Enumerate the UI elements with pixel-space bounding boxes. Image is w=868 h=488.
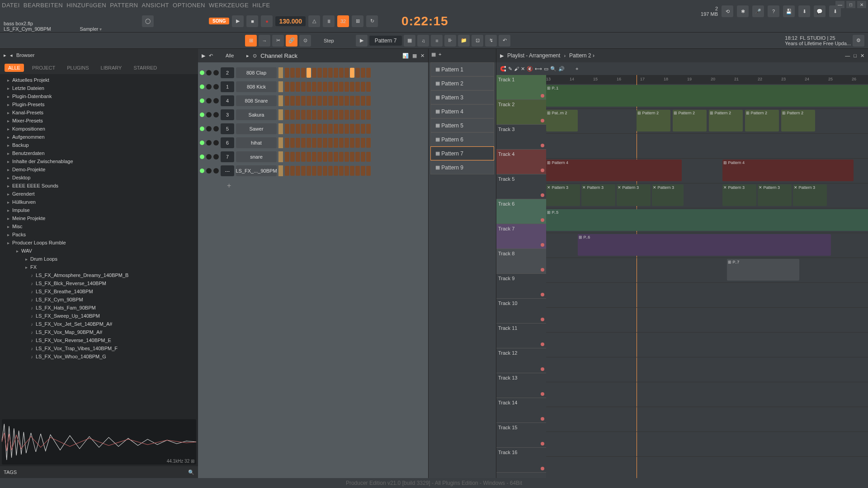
chrack-filter[interactable]: Alle [226, 53, 234, 58]
step-button[interactable] [355, 152, 360, 162]
chrack-back-icon[interactable]: ↶ [209, 53, 213, 59]
tree-item[interactable]: ▸Misc [0, 222, 198, 230]
channel-name[interactable]: Sawer [236, 123, 277, 134]
step-button[interactable] [301, 96, 306, 106]
channel-mixer-num[interactable]: 5 [221, 123, 234, 134]
menu-datei[interactable]: DATEI [2, 2, 20, 9]
step-button[interactable] [334, 82, 338, 92]
browser-back-icon[interactable]: ◂ [10, 52, 13, 58]
step-button[interactable] [361, 110, 365, 120]
step-button[interactable] [290, 138, 295, 148]
timeline-ruler[interactable]: 131415161718192021222324252627 [546, 75, 868, 84]
tree-item[interactable]: ▸Gerendert [0, 190, 198, 198]
tree-item[interactable]: ♪LS_FX_Cym_90BPM [0, 296, 198, 304]
channel-name[interactable]: LS_FX_..._90BPM [236, 165, 277, 176]
step-button[interactable] [328, 96, 333, 106]
step-button[interactable] [339, 124, 344, 134]
step-button[interactable] [317, 68, 322, 78]
clip-row[interactable] [546, 407, 868, 432]
step-button[interactable] [361, 124, 365, 134]
mixer-icon[interactable]: ⊪ [444, 35, 456, 47]
channel-name[interactable]: Sakura [236, 109, 277, 120]
clip-row[interactable]: ✕ Pattern 3✕ Pattern 3✕ Pattern 3✕ Patte… [546, 183, 868, 208]
metronome-icon[interactable]: △ [308, 15, 320, 27]
channel-led[interactable] [200, 84, 204, 89]
step-button[interactable] [328, 124, 333, 134]
step-button[interactable] [355, 110, 360, 120]
step-button[interactable] [366, 152, 371, 162]
track-header[interactable]: Track 13 [496, 373, 546, 398]
channel-pan[interactable] [213, 168, 219, 174]
channel-color[interactable] [278, 123, 283, 134]
add-track-icon[interactable]: + [576, 66, 578, 71]
tree-item[interactable]: ▸Inhalte der Zwischenablage [0, 157, 198, 165]
undo-history-icon[interactable]: ↶ [499, 35, 510, 47]
step-button[interactable] [323, 68, 327, 78]
track-header[interactable]: Track 4 [496, 150, 546, 174]
step-button[interactable] [323, 152, 327, 162]
channel-pan[interactable] [213, 112, 219, 117]
step-button[interactable] [307, 152, 311, 162]
channel-mute[interactable] [206, 154, 212, 160]
step-button[interactable] [344, 138, 349, 148]
step-button[interactable] [366, 138, 371, 148]
channel-color[interactable] [278, 95, 283, 106]
clip[interactable]: ✕ Pattern 3 [581, 184, 615, 206]
step-button[interactable] [290, 68, 295, 78]
magnet-icon[interactable]: 🧲 [500, 66, 506, 72]
track-header[interactable]: Track 6 [496, 199, 546, 224]
clip[interactable]: ✕ Pattern 3 [793, 184, 827, 206]
playlist-play-icon[interactable]: ▶ [500, 53, 504, 59]
channel-mixer-num[interactable]: --- [221, 165, 234, 176]
track-header[interactable]: Track 15 [496, 423, 546, 448]
channel-pan[interactable] [213, 98, 219, 103]
tab-alle[interactable]: ALLE [5, 64, 24, 72]
step-button[interactable] [334, 96, 338, 106]
step-button[interactable] [307, 110, 311, 120]
track-header[interactable]: Track 9 [496, 274, 546, 299]
tree-item[interactable]: ▸Plugin-Presets [0, 100, 198, 108]
play-button[interactable]: ▶ [232, 15, 244, 27]
tree-item[interactable]: ♪LS_FX_Vox_Trap_Vibes_140BPM_F [0, 344, 198, 352]
channel-mixer-num[interactable]: 1 [221, 81, 234, 92]
tree-item[interactable]: ▸Benutzerdaten [0, 149, 198, 157]
step-button[interactable] [312, 138, 316, 148]
tree-item[interactable]: ▸Kompositionen [0, 125, 198, 133]
pattern-picker-header[interactable]: ▦ + [429, 49, 496, 62]
track-mute-dot[interactable] [541, 467, 544, 470]
step-button[interactable] [328, 152, 333, 162]
clip[interactable]: ⊞ P..5 [546, 209, 868, 231]
step-button[interactable] [355, 82, 360, 92]
tree-item[interactable]: ▸Producer Loops Rumble [0, 239, 198, 247]
playback-tool-icon[interactable]: 🔊 [558, 66, 565, 72]
clip[interactable]: ⊞ Pattern 2 [637, 110, 670, 131]
step-button[interactable] [361, 138, 365, 148]
step-button[interactable] [290, 82, 295, 92]
step-button[interactable] [361, 152, 365, 162]
clip-row[interactable] [546, 283, 868, 308]
step-button[interactable] [312, 68, 316, 78]
step-button[interactable] [355, 166, 360, 176]
chrack-close-icon[interactable]: ✕ [420, 53, 425, 59]
maximize-button[interactable]: □ [846, 1, 855, 8]
playlist-max-icon[interactable]: □ [854, 53, 857, 58]
tree-item[interactable]: ▸Letzte Dateien [0, 84, 198, 92]
step-button[interactable] [334, 138, 338, 148]
channel-pan[interactable] [213, 140, 219, 145]
track-header[interactable]: Track 10 [496, 299, 546, 324]
clip-row[interactable] [546, 457, 868, 478]
channel-color[interactable] [278, 151, 283, 162]
step-button[interactable] [339, 152, 344, 162]
clip-row[interactable]: ⊞ P..5 [546, 208, 868, 233]
clip[interactable]: ⊞ Pattern 4 [722, 160, 854, 181]
pattern-item[interactable]: ▦ Pattern 7 [430, 146, 494, 160]
playlist-icon[interactable]: ▦ [404, 35, 415, 47]
step-button[interactable] [296, 82, 300, 92]
step-button[interactable] [355, 138, 360, 148]
step-button[interactable] [328, 82, 333, 92]
channel-color[interactable] [278, 81, 283, 92]
pattern-item[interactable]: ▦ Pattern 4 [430, 104, 494, 118]
tree-item[interactable]: ♪LS_FX_Breathe_140BPM [0, 287, 198, 296]
step-button[interactable] [296, 166, 300, 176]
channel-mixer-num[interactable]: 2 [221, 67, 234, 78]
